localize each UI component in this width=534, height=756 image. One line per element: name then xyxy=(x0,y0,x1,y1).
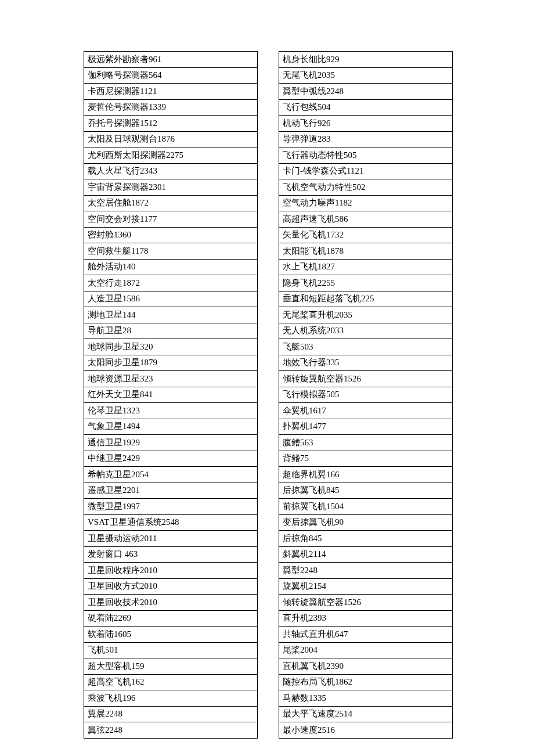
index-entry: 发射窗口 463 xyxy=(84,546,258,563)
index-entry: 空间救生艇1178 xyxy=(84,243,258,259)
index-entry: 斜翼机2114 xyxy=(279,546,453,563)
document-page: 极远紫外勘察者961伽利略号探测器564卡西尼探测器1121麦哲伦号探测器133… xyxy=(0,0,534,756)
index-entry: 气象卫星1494 xyxy=(84,419,258,435)
index-entry: 扑翼机1477 xyxy=(279,419,453,435)
index-entry: 后掠翼飞机845 xyxy=(279,483,453,499)
index-entry: 太阳能飞机1878 xyxy=(279,243,453,259)
index-entry: 卫星摄动运动2011 xyxy=(84,530,258,546)
index-entry: 遥感卫星2201 xyxy=(84,483,258,499)
index-entry: 地球资源卫星323 xyxy=(84,370,258,387)
index-entry: 伞翼机1617 xyxy=(279,402,453,419)
index-entry: 马赫数1335 xyxy=(279,690,453,706)
index-entry: 卡西尼探测器1121 xyxy=(84,83,258,99)
two-column-layout: 极远紫外勘察者961伽利略号探测器564卡西尼探测器1121麦哲伦号探测器133… xyxy=(84,51,534,739)
index-entry: 机身长细比929 xyxy=(279,51,453,67)
index-entry: 尤利西斯太阳探测器2275 xyxy=(84,147,258,163)
index-entry: 卫星回收技术2010 xyxy=(84,594,258,610)
index-entry: 共轴式直升机647 xyxy=(279,626,453,642)
index-entry: 太阳同步卫星1879 xyxy=(84,355,258,371)
index-entry: 硬着陆2269 xyxy=(84,610,258,627)
index-entry: 太空居住舱1872 xyxy=(84,195,258,211)
index-entry: 旋翼机2154 xyxy=(279,578,453,595)
index-entry: 无尾飞机2035 xyxy=(279,67,453,84)
index-entry: 卫星回收程序2010 xyxy=(84,562,258,578)
index-entry: 空气动力噪声1182 xyxy=(279,195,453,211)
index-entry: 变后掠翼飞机90 xyxy=(279,514,453,531)
index-entry: 高超声速飞机586 xyxy=(279,211,453,227)
index-entry: 红外天文卫星841 xyxy=(84,387,258,403)
index-entry: 地球同步卫星320 xyxy=(84,339,258,355)
index-entry: 超高空飞机162 xyxy=(84,674,258,690)
index-entry: 卫星回收方式2010 xyxy=(84,578,258,595)
index-entry: 飞艇503 xyxy=(279,339,453,355)
index-entry: 宇宙背景探测器2301 xyxy=(84,179,258,195)
index-entry: 卡门-钱学森公式1121 xyxy=(279,163,453,179)
index-entry: 翼展2248 xyxy=(84,706,258,722)
index-entry: 飞行模拟器505 xyxy=(279,387,453,403)
index-entry: 导弹弹道283 xyxy=(279,131,453,147)
index-entry: 太阳及日球观测台1876 xyxy=(84,131,258,147)
index-entry: 超临界机翼166 xyxy=(279,466,453,483)
index-entry: 超大型客机159 xyxy=(84,658,258,674)
index-entry: 随控布局飞机1862 xyxy=(279,674,453,690)
index-entry: 隐身飞机2255 xyxy=(279,275,453,291)
index-entry: 最大平飞速度2514 xyxy=(279,706,453,722)
index-entry: 飞行包线504 xyxy=(279,99,453,116)
index-entry: 后掠角845 xyxy=(279,530,453,546)
index-entry: 通信卫星1929 xyxy=(84,434,258,451)
index-entry: 飞机空气动力特性502 xyxy=(279,179,453,195)
index-entry: 地效飞行器335 xyxy=(279,355,453,371)
index-entry: 飞行器动态特性505 xyxy=(279,147,453,163)
index-entry: 机动飞行926 xyxy=(279,115,453,131)
index-entry: 密封舱1360 xyxy=(84,227,258,243)
index-entry: VSAT卫星通信系统2548 xyxy=(84,514,258,531)
left-column: 极远紫外勘察者961伽利略号探测器564卡西尼探测器1121麦哲伦号探测器133… xyxy=(84,51,258,739)
index-entry: 乘波飞机196 xyxy=(84,690,258,706)
index-entry: 无人机系统2033 xyxy=(279,323,453,339)
index-entry: 翼弦2248 xyxy=(84,722,258,739)
index-entry: 飞机501 xyxy=(84,642,258,658)
index-entry: 腹鳍563 xyxy=(279,434,453,451)
index-entry: 翼型2248 xyxy=(279,562,453,578)
index-entry: 矢量化飞机1732 xyxy=(279,227,453,243)
index-entry: 微型卫星1997 xyxy=(84,498,258,514)
index-entry: 尾桨2004 xyxy=(279,642,453,658)
index-entry: 软着陆1605 xyxy=(84,626,258,642)
index-entry: 空间交会对接1177 xyxy=(84,211,258,227)
index-entry: 最小速度2516 xyxy=(279,722,453,739)
index-entry: 测地卫星144 xyxy=(84,307,258,323)
index-entry: 载人火星飞行2343 xyxy=(84,163,258,179)
index-entry: 导航卫星28 xyxy=(84,323,258,339)
index-entry: 伦琴卫星1323 xyxy=(84,402,258,419)
index-entry: 倾转旋翼航空器1526 xyxy=(279,370,453,387)
index-entry: 翼型中弧线2248 xyxy=(279,83,453,99)
index-entry: 水上飞机1827 xyxy=(279,259,453,275)
index-entry: 垂直和短距起落飞机225 xyxy=(279,291,453,307)
index-entry: 直机翼飞机2390 xyxy=(279,658,453,674)
index-entry: 直升机2393 xyxy=(279,610,453,627)
index-entry: 希帕克卫星2054 xyxy=(84,466,258,483)
index-entry: 前掠翼飞机1504 xyxy=(279,498,453,514)
index-entry: 背鳍75 xyxy=(279,451,453,467)
index-entry: 倾转旋翼航空器1526 xyxy=(279,594,453,610)
index-entry: 人造卫星1586 xyxy=(84,291,258,307)
index-entry: 中继卫星2429 xyxy=(84,451,258,467)
index-entry: 无尾桨直升机2035 xyxy=(279,307,453,323)
index-entry: 乔托号探测器1512 xyxy=(84,115,258,131)
index-entry: 极远紫外勘察者961 xyxy=(84,51,258,67)
index-entry: 麦哲伦号探测器1339 xyxy=(84,99,258,116)
index-entry: 舱外活动140 xyxy=(84,259,258,275)
index-entry: 伽利略号探测器564 xyxy=(84,67,258,84)
right-column: 机身长细比929无尾飞机2035翼型中弧线2248飞行包线504机动飞行926导… xyxy=(279,51,453,739)
index-entry: 太空行走1872 xyxy=(84,275,258,291)
